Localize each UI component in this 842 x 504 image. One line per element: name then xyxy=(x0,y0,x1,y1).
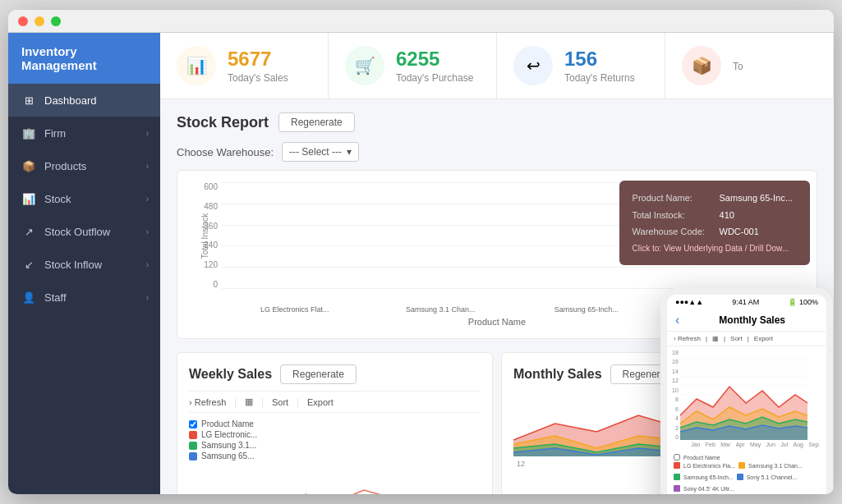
mobile-time: 9:41 AM xyxy=(732,298,759,306)
legend-item-samsung65: Samsung 65... xyxy=(189,451,481,460)
mobile-signal: ●●●▲▲ xyxy=(675,298,703,306)
mobile-divider3: | xyxy=(748,335,749,342)
maximize-button[interactable] xyxy=(51,16,61,26)
legend-label-lg: LG Electronic... xyxy=(201,430,257,439)
mobile-controls: › Refresh | ▦ | Sort | Export xyxy=(667,332,826,346)
export-button[interactable]: Export xyxy=(307,397,334,407)
warehouse-select-row: Choose Warehouse: --- Select --- ▾ xyxy=(177,142,817,162)
chevron-right-icon: › xyxy=(146,195,149,204)
sidebar-item-products[interactable]: 📦 Products › xyxy=(8,149,160,182)
sidebar-label-staff: Staff xyxy=(44,291,67,304)
title-bar xyxy=(8,10,834,33)
sidebar-item-stock[interactable]: 📊 Stock › xyxy=(8,182,160,215)
app-body: Inventory Management ⊞ Dashboard 🏢 Firm … xyxy=(8,33,834,494)
firm-icon: 🏢 xyxy=(21,126,36,140)
mobile-export-button[interactable]: Export xyxy=(754,335,773,342)
sidebar-label-stock: Stock xyxy=(44,193,71,205)
stat-card-sales: 📊 5677 Today's Sales xyxy=(160,33,329,99)
tooltip-instock-label: Total Instock: xyxy=(633,208,718,223)
legend-color-lg xyxy=(189,431,197,439)
mobile-lg-label: LG Electronics Fla... xyxy=(683,463,735,469)
products-icon: 📦 xyxy=(21,158,36,173)
mobile-legend-product: Product Name xyxy=(683,455,720,460)
legend-checkbox[interactable] xyxy=(189,420,197,428)
sidebar-label-dashboard: Dashboard xyxy=(44,94,97,107)
sidebar-item-firm[interactable]: 🏢 Firm › xyxy=(8,117,160,149)
x-label-2: Samsung 65-Inch... xyxy=(513,305,660,314)
legend-item-lg: LG Electronic... xyxy=(189,430,481,439)
mobile-legend-header: Product Name xyxy=(674,454,820,460)
purchase-value: 6255 xyxy=(396,48,473,71)
chevron-right-icon: › xyxy=(146,227,149,236)
staff-icon: 👤 xyxy=(21,290,36,305)
warehouse-select-value: --- Select --- xyxy=(289,146,342,158)
refresh-button[interactable]: › Refresh xyxy=(189,397,226,407)
mobile-samsung65-label: Samsung 65-Inch... xyxy=(683,474,734,480)
mobile-legend-checkbox[interactable] xyxy=(674,454,680,460)
chevron-right-icon: › xyxy=(146,129,149,138)
weekly-chart-svg xyxy=(189,465,481,494)
x-label-1: Samsung 3.1 Chan... xyxy=(368,305,514,314)
purchase-info: 6255 Today's Purchase xyxy=(396,48,473,84)
divider3: | xyxy=(297,397,299,407)
chevron-right-icon: › xyxy=(146,260,149,269)
y-tick-3: 360 xyxy=(189,222,218,231)
mobile-legend: Product Name LG Electronics Fla... Samsu… xyxy=(667,451,826,494)
mobile-chart-icon[interactable]: ▦ xyxy=(712,335,719,342)
legend-item-product: Product Name xyxy=(189,419,481,428)
weekly-sales-header: Weekly Sales Regenerate xyxy=(189,364,481,384)
mobile-samsung31-color xyxy=(738,462,745,469)
mobile-legend-items: LG Electronics Fla... Samsung 3.1 Chan..… xyxy=(674,462,820,493)
legend-color-samsung31 xyxy=(189,442,197,450)
mobile-sort-button[interactable]: Sort xyxy=(730,335,743,342)
tooltip-warehouse-label: Warehouse Code: xyxy=(633,224,718,240)
mobile-status-bar: ●●●▲▲ 9:41 AM 🔋 100% xyxy=(667,295,826,309)
mobile-back-button[interactable]: ‹ xyxy=(675,313,679,328)
warehouse-dropdown[interactable]: --- Select --- ▾ xyxy=(282,142,359,162)
bottom-sections: Weekly Sales Regenerate › Refresh | ▦ | … xyxy=(160,352,834,494)
extra-label: To xyxy=(733,61,743,72)
sidebar-item-dashboard[interactable]: ⊞ Dashboard xyxy=(8,84,160,117)
monthly-sales-card: Monthly Sales Regenerate xyxy=(501,352,817,494)
mobile-divider: | xyxy=(706,335,707,342)
mobile-legend-samsung65: Samsung 65-Inch... xyxy=(674,474,734,480)
sidebar-label-firm: Firm xyxy=(44,127,66,140)
y-axis-labels: 0 120 240 360 480 600 xyxy=(189,182,218,289)
extra-icon-circle: 📦 xyxy=(682,46,721,85)
regenerate-button[interactable]: Regenerate xyxy=(278,112,355,132)
minimize-button[interactable] xyxy=(35,16,44,26)
weekly-sales-card: Weekly Sales Regenerate › Refresh | ▦ | … xyxy=(177,352,493,494)
legend-item-samsung31: Samsung 3.1... xyxy=(189,441,481,450)
sidebar-item-staff[interactable]: 👤 Staff › xyxy=(8,281,160,314)
sidebar: Inventory Management ⊞ Dashboard 🏢 Firm … xyxy=(8,33,160,494)
mobile-sony64-color xyxy=(674,485,680,492)
tooltip-product-label: Product Name: xyxy=(633,190,718,206)
sidebar-title: Inventory Management xyxy=(8,33,160,84)
sidebar-item-stock-outflow[interactable]: ↗ Stock Outflow › xyxy=(8,215,160,248)
legend-label-samsung65: Samsung 65... xyxy=(201,451,254,460)
mobile-samsung65-color xyxy=(674,474,680,480)
legend-product-label: Product Name xyxy=(201,419,254,428)
y-12: 12 xyxy=(517,460,525,468)
sort-button[interactable]: Sort xyxy=(272,397,288,407)
weekly-regenerate-button[interactable]: Regenerate xyxy=(280,364,357,384)
dashboard-icon: ⊞ xyxy=(21,93,36,108)
returns-icon-circle: ↩ xyxy=(513,46,553,85)
extra-icon: 📦 xyxy=(692,56,712,76)
returns-icon: ↩ xyxy=(527,56,541,76)
weekly-legend: Product Name LG Electronic... Samsung 3.… xyxy=(189,419,481,460)
weekly-controls-row: › Refresh | ▦ | Sort | Export xyxy=(189,391,481,413)
sales-icon-circle: 📊 xyxy=(177,46,216,85)
mobile-refresh-button[interactable]: › Refresh xyxy=(674,335,701,342)
divider: | xyxy=(234,397,237,407)
stock-outflow-icon: ↗ xyxy=(21,224,36,239)
y-tick-4: 480 xyxy=(189,202,218,211)
tooltip-table: Product Name: Samsung 65-Inc... Total In… xyxy=(631,189,798,257)
bar-chart-icon[interactable]: ▦ xyxy=(245,396,253,407)
purchase-icon-circle: 🛒 xyxy=(345,46,384,85)
sidebar-label-products: Products xyxy=(44,160,86,172)
close-button[interactable] xyxy=(18,16,28,26)
extra-info: To xyxy=(733,59,743,72)
sidebar-item-stock-inflow[interactable]: ↙ Stock Inflow › xyxy=(8,248,160,281)
sidebar-label-stock-outflow: Stock Outflow xyxy=(44,226,110,238)
